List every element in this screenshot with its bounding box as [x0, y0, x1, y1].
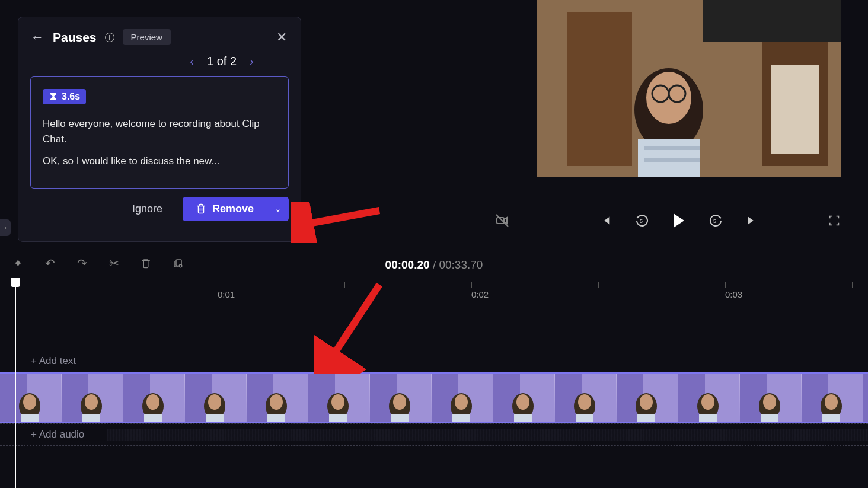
info-icon[interactable]: i — [105, 33, 114, 42]
remove-button-group: Remove ⌄ — [183, 197, 289, 221]
panel-expand-handle[interactable]: › — [0, 219, 11, 236]
hourglass-icon — [49, 92, 58, 101]
svg-rect-23 — [21, 414, 39, 422]
svg-point-77 — [701, 394, 714, 410]
clip-thumbnail[interactable] — [247, 374, 308, 422]
svg-point-42 — [270, 394, 283, 410]
add-audio-label: + Add audio — [31, 429, 84, 441]
annotation-arrow-2 — [314, 279, 391, 374]
svg-rect-28 — [82, 414, 100, 422]
ruler-mark — [852, 282, 853, 302]
video-frame-placeholder — [537, 0, 841, 177]
svg-point-57 — [455, 394, 468, 410]
svg-rect-38 — [206, 414, 224, 422]
svg-rect-1 — [567, 12, 632, 166]
svg-point-67 — [578, 394, 591, 410]
svg-rect-78 — [699, 414, 717, 422]
video-preview[interactable] — [537, 0, 841, 177]
playback-center: 5 5 — [595, 210, 762, 231]
camera-off-icon[interactable] — [492, 210, 512, 231]
redo-icon[interactable]: ↷ — [74, 255, 90, 272]
svg-rect-3 — [771, 65, 819, 154]
add-text-label: + Add text — [31, 355, 76, 367]
undo-icon[interactable]: ↶ — [42, 255, 58, 272]
svg-point-37 — [208, 394, 221, 410]
ruler-mark: 0:02 — [471, 282, 489, 302]
pager-prev-icon[interactable]: ‹ — [190, 55, 194, 68]
back-arrow-icon[interactable]: ← — [30, 30, 44, 44]
svg-rect-73 — [637, 414, 655, 422]
trash-icon — [196, 203, 206, 214]
video-track[interactable]: 🔊 — [0, 372, 868, 423]
remove-button[interactable]: Remove — [183, 197, 267, 221]
remove-dropdown-caret[interactable]: ⌄ — [267, 197, 289, 221]
play-button[interactable] — [669, 210, 689, 231]
clip-thumbnail[interactable] — [123, 374, 185, 422]
clip-thumbnail[interactable] — [678, 374, 740, 422]
scissors-icon[interactable]: ✂ — [106, 255, 122, 272]
clip-thumbnail[interactable] — [62, 374, 123, 422]
pager-next-icon[interactable]: › — [250, 55, 254, 68]
clip-thumbnail[interactable] — [370, 374, 432, 422]
svg-point-72 — [640, 394, 653, 410]
svg-rect-88 — [822, 414, 840, 422]
fullscreen-icon[interactable] — [824, 210, 844, 231]
svg-rect-33 — [144, 414, 162, 422]
add-text-track[interactable]: + Add text — [0, 350, 868, 372]
clip-thumbnail[interactable] — [740, 374, 802, 422]
transcript-line-1: Hello everyone, welcome to recording abo… — [43, 116, 276, 146]
waveform — [107, 429, 868, 441]
playhead[interactable] — [15, 282, 16, 488]
preview-button[interactable]: Preview — [123, 29, 171, 45]
svg-point-32 — [146, 394, 159, 410]
svg-text:5: 5 — [640, 218, 643, 224]
ruler-mark: 0:01 — [218, 282, 235, 302]
timeline-ruler[interactable]: 0:010:020:03 — [0, 282, 868, 302]
svg-point-62 — [516, 394, 529, 410]
trash-icon[interactable] — [138, 255, 154, 272]
pager-text: 1 of 2 — [207, 55, 237, 68]
svg-rect-68 — [576, 414, 593, 422]
svg-point-22 — [23, 394, 36, 410]
skip-start-icon[interactable] — [595, 210, 615, 231]
clip-thumbnail[interactable] — [185, 374, 247, 422]
copy-add-icon[interactable] — [170, 255, 186, 272]
playhead-knob[interactable] — [11, 278, 20, 287]
ruler-mark — [598, 282, 599, 302]
clip-thumbnail[interactable] — [432, 374, 493, 422]
playback-controls: 5 5 — [492, 208, 844, 234]
close-icon[interactable]: ✕ — [275, 30, 289, 44]
svg-rect-83 — [761, 414, 778, 422]
svg-point-87 — [825, 394, 838, 410]
svg-rect-63 — [514, 414, 532, 422]
svg-rect-43 — [267, 414, 285, 422]
svg-rect-53 — [391, 414, 409, 422]
svg-text:5: 5 — [713, 218, 716, 224]
annotation-arrow-1 — [291, 202, 385, 243]
clip-thumbnail[interactable] — [802, 374, 863, 422]
ignore-button[interactable]: Ignore — [119, 197, 175, 221]
add-audio-track[interactable]: + Add audio — [0, 424, 868, 445]
transcript-box[interactable]: 3.6s Hello everyone, welcome to recordin… — [30, 76, 289, 189]
action-row: Ignore Remove ⌄ — [30, 197, 289, 221]
svg-line-95 — [299, 210, 379, 225]
svg-point-27 — [85, 394, 98, 410]
current-time: 00:00.20 — [385, 259, 430, 271]
rewind-5-icon[interactable]: 5 — [632, 210, 652, 231]
sparkle-icon[interactable]: ✦ — [9, 255, 26, 272]
svg-rect-90 — [863, 374, 868, 422]
timeline-tracks: + Add text 🔊 + Add audio — [0, 350, 868, 446]
clip-thumbnail[interactable] — [863, 374, 868, 422]
clip-thumbnail[interactable] — [617, 374, 678, 422]
clip-thumbnail[interactable] — [308, 374, 370, 422]
pauses-panel: ← Pauses i Preview ✕ ‹ 1 of 2 › 3.6s Hel… — [18, 17, 301, 242]
clip-thumbnail[interactable] — [555, 374, 617, 422]
clip-thumbnail[interactable] — [0, 374, 62, 422]
svg-rect-48 — [329, 414, 347, 422]
pager: ‹ 1 of 2 › — [155, 55, 289, 68]
clip-thumbnail[interactable] — [493, 374, 555, 422]
skip-end-icon[interactable] — [742, 210, 762, 231]
timeline-toolbar: ✦ ↶ ↷ ✂ — [9, 255, 186, 272]
forward-5-icon[interactable]: 5 — [706, 210, 726, 231]
timecode: 00:00.20 / 00:33.70 — [385, 259, 483, 272]
